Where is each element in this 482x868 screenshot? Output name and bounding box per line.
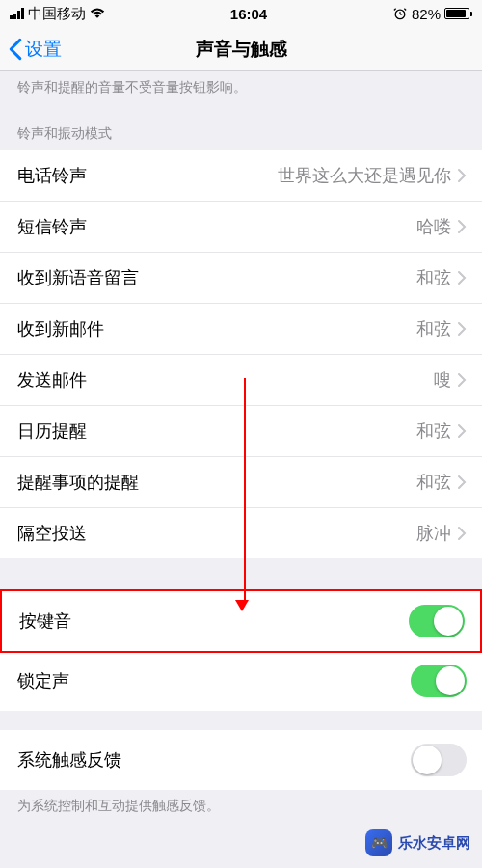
section-header-sounds: 铃声和振动模式 (0, 116, 482, 150)
row-label: 系统触感反馈 (17, 748, 121, 772)
status-right: 82% (392, 6, 472, 22)
chevron-right-icon (457, 168, 467, 183)
row-value: 世界这么大还是遇见你 (278, 164, 451, 187)
row-value: 和弦 (416, 266, 451, 289)
back-label: 设置 (25, 37, 62, 62)
row-label: 按键音 (19, 610, 71, 633)
row-system-haptics: 系统触感反馈 (0, 730, 482, 790)
row-voicemail[interactable]: 收到新语音留言 和弦 (0, 253, 482, 304)
chevron-left-icon (8, 38, 23, 61)
watermark-icon: 🎮 (365, 829, 392, 856)
back-button[interactable]: 设置 (8, 27, 62, 70)
nav-bar: 设置 声音与触感 (0, 27, 482, 71)
annotation-arrow (241, 378, 249, 611)
battery-icon (444, 8, 472, 19)
watermark-text: 乐水安卓网 (398, 834, 470, 853)
watermark: 🎮 乐水安卓网 (365, 829, 470, 856)
svg-line-4 (404, 9, 406, 11)
row-label: 收到新语音留言 (17, 266, 139, 289)
toggle-lock-sound[interactable] (411, 665, 467, 697)
row-text-tone[interactable]: 短信铃声 哈喽 (0, 202, 482, 253)
row-label: 电话铃声 (17, 164, 87, 187)
row-label: 发送邮件 (17, 368, 87, 392)
carrier-label: 中国移动 (28, 5, 86, 23)
status-time: 16:04 (230, 6, 267, 22)
chevron-right-icon (457, 270, 467, 285)
row-new-mail[interactable]: 收到新邮件 和弦 (0, 304, 482, 355)
alarm-icon (392, 7, 408, 20)
battery-pct: 82% (412, 6, 441, 22)
toggles-group-2: 系统触感反馈 (0, 730, 482, 790)
row-label: 提醒事项的提醒 (17, 471, 139, 494)
page-title: 声音与触感 (196, 37, 287, 62)
intro-description: 铃声和提醒的音量不受音量按钮影响。 (0, 71, 482, 116)
row-value: 和弦 (416, 471, 451, 494)
status-left: 中国移动 (10, 5, 105, 23)
row-label: 隔空投送 (17, 522, 87, 545)
haptics-footer: 为系统控制和互动提供触感反馈。 (0, 790, 482, 823)
status-bar: 中国移动 16:04 82% (0, 0, 482, 27)
wifi-icon (90, 7, 105, 20)
chevron-right-icon (457, 526, 467, 541)
toggle-keyboard-clicks[interactable] (409, 605, 465, 637)
signal-icon (10, 8, 24, 19)
svg-line-3 (394, 9, 396, 11)
toggle-system-haptics[interactable] (411, 744, 467, 776)
row-label: 锁定声 (17, 669, 69, 692)
row-ringtone[interactable]: 电话铃声 世界这么大还是遇见你 (0, 150, 482, 202)
row-value: 嗖 (434, 368, 451, 392)
row-label: 日历提醒 (17, 420, 87, 443)
chevron-right-icon (457, 321, 467, 337)
row-lock-sound: 锁定声 (0, 651, 482, 711)
row-value: 脉冲 (416, 522, 451, 545)
row-label: 短信铃声 (17, 215, 87, 238)
row-value: 和弦 (416, 420, 451, 443)
chevron-right-icon (457, 475, 467, 490)
chevron-right-icon (457, 372, 467, 388)
chevron-right-icon (457, 423, 467, 439)
row-label: 收到新邮件 (17, 317, 104, 340)
row-value: 哈喽 (416, 215, 451, 238)
row-value: 和弦 (416, 317, 451, 340)
chevron-right-icon (457, 219, 467, 234)
